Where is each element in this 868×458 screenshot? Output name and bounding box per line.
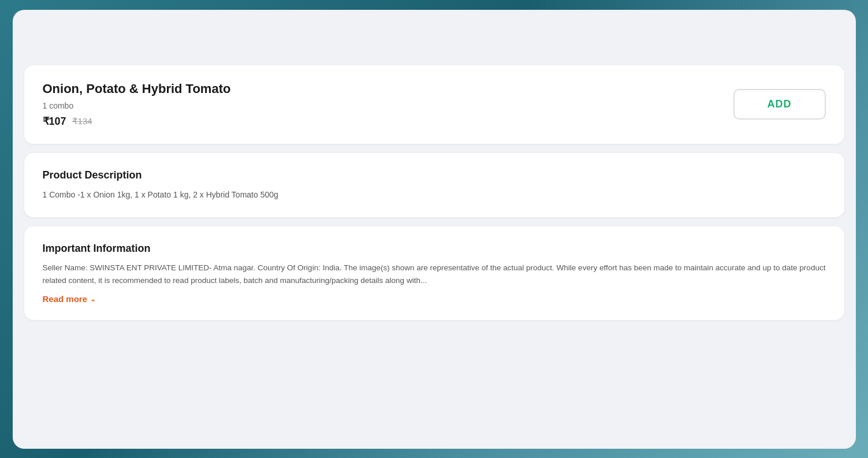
top-spacer [24, 21, 844, 56]
product-title-section: Onion, Potato & Hybrid Tomato 1 combo ₹1… [24, 65, 844, 144]
important-info-title: Important Information [43, 243, 826, 255]
add-button[interactable]: ADD [733, 89, 826, 120]
product-quantity: 1 combo [43, 101, 231, 110]
important-info-section: Important Information Seller Name: SWINS… [24, 226, 844, 321]
product-description-section: Product Description 1 Combo -1 x Onion 1… [24, 153, 844, 217]
product-title: Onion, Potato & Hybrid Tomato [43, 81, 231, 96]
chevron-down-icon: ⌄ [90, 295, 96, 303]
read-more-link[interactable]: Read more ⌄ [43, 294, 826, 304]
price-original: ₹134 [72, 116, 92, 126]
description-title: Product Description [43, 169, 826, 181]
important-info-body: Seller Name: SWINSTA ENT PRIVATE LIMITED… [43, 262, 826, 288]
product-pricing: ₹107 ₹134 [43, 115, 231, 128]
description-body: 1 Combo -1 x Onion 1kg, 1 x Potato 1 kg,… [43, 188, 826, 201]
price-current: ₹107 [43, 115, 66, 128]
product-info: Onion, Potato & Hybrid Tomato 1 combo ₹1… [43, 81, 231, 128]
read-more-label: Read more [43, 294, 88, 304]
main-card: Onion, Potato & Hybrid Tomato 1 combo ₹1… [13, 10, 856, 449]
